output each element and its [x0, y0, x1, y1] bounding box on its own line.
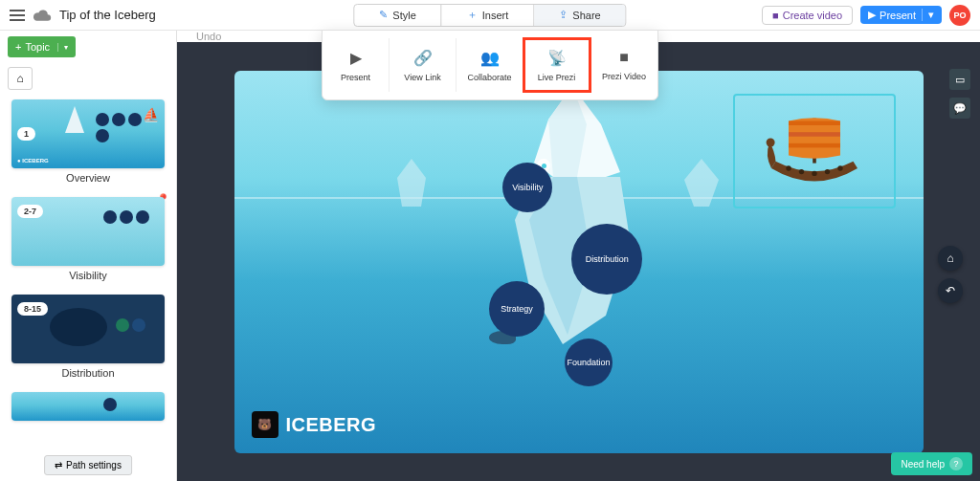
chevron-down-icon[interactable]: ▾ — [57, 43, 68, 52]
video-camera-icon: ■ — [772, 10, 779, 21]
share-prezi-video[interactable]: ■Prezi Video — [590, 38, 657, 92]
menu-icon[interactable] — [10, 10, 25, 21]
canvas-logo: 🐻 ICEBERG — [252, 411, 377, 438]
editor-canvas[interactable]: Visibility Distribution Strategy Foundat… — [234, 71, 924, 453]
share-dropdown: ▶Present 🔗View Link 👥Collaborate 📡Live P… — [322, 30, 658, 100]
svg-point-10 — [837, 165, 842, 170]
svg-rect-13 — [789, 121, 840, 126]
background-iceberg — [682, 159, 721, 207]
create-video-button[interactable]: ■Create video — [762, 6, 853, 25]
svg-marker-1 — [684, 159, 719, 207]
play-icon: ▶ — [350, 49, 362, 67]
tab-insert[interactable]: ＋Insert — [442, 5, 535, 26]
thumb-overview[interactable]: ⛵ 1 ● ICEBERG Overview — [10, 99, 167, 184]
ship-selection-frame[interactable] — [733, 94, 896, 208]
topic-visibility[interactable]: Visibility — [502, 163, 552, 212]
path-settings-button[interactable]: ⇄Path settings — [44, 455, 132, 475]
plus-icon: + — [15, 41, 21, 53]
broadcast-icon: 📡 — [547, 49, 567, 67]
svg-point-7 — [799, 169, 804, 174]
topic-strategy[interactable]: Strategy — [489, 281, 545, 337]
svg-point-8 — [812, 171, 816, 176]
svg-point-11 — [766, 139, 774, 147]
home-button[interactable]: ⌂ — [8, 67, 33, 90]
main-tabs: ✎Style ＋Insert ⇪Share — [353, 4, 626, 27]
svg-point-6 — [786, 165, 791, 170]
share-live-prezi[interactable]: 📡Live Prezi — [523, 38, 590, 92]
home-icon: ⌂ — [947, 251, 953, 265]
cloud-sync-icon[interactable] — [33, 9, 52, 22]
thumb-next[interactable] — [10, 392, 167, 421]
sidebar: +Topic▾ ⌂ ⛵ 1 ● ICEBERG Overview 📍 2-7 — [0, 31, 177, 481]
svg-marker-0 — [397, 159, 426, 207]
link-icon: 🔗 — [413, 49, 433, 67]
viking-ship-icon — [762, 108, 867, 194]
floating-nav-buttons: ⌂ ↶ — [938, 246, 963, 303]
need-help-button[interactable]: Need help ? — [891, 452, 972, 475]
nav-back-button[interactable]: ↶ — [938, 278, 963, 303]
thumb-distribution[interactable]: 8-15 Distribution — [10, 295, 167, 379]
slide-thumbnails: ⛵ 1 ● ICEBERG Overview 📍 2-7 Visibility — [0, 94, 176, 481]
svg-point-9 — [825, 169, 830, 174]
ship-icon: ⛵ — [143, 107, 159, 122]
present-button[interactable]: ▶Present▾ — [860, 6, 942, 24]
chevron-down-icon[interactable]: ▾ — [922, 9, 934, 21]
logo-badge-icon: 🐻 — [252, 411, 278, 438]
presentation-title[interactable]: Tip of the Iceberg — [59, 8, 156, 22]
background-iceberg — [392, 159, 431, 207]
home-icon: ⌂ — [16, 72, 23, 85]
svg-rect-15 — [789, 143, 840, 148]
user-avatar[interactable]: PO — [949, 5, 970, 26]
topic-distribution[interactable]: Distribution — [571, 224, 642, 295]
top-right-actions: ■Create video ▶Present▾ PO — [762, 5, 970, 26]
add-topic-button[interactable]: +Topic▾ — [8, 36, 76, 57]
share-present[interactable]: ▶Present — [323, 38, 390, 92]
tab-style[interactable]: ✎Style — [354, 5, 441, 26]
video-icon: ■ — [619, 49, 629, 66]
top-bar: Tip of the Iceberg ✎Style ＋Insert ⇪Share… — [0, 0, 980, 31]
people-icon: 👥 — [480, 49, 500, 67]
play-icon: ▶ — [868, 9, 876, 21]
question-icon: ? — [949, 457, 963, 470]
tab-share[interactable]: ⇪Share — [534, 5, 625, 26]
back-arrow-icon: ↶ — [946, 284, 955, 297]
topic-foundation[interactable]: Foundation — [565, 339, 612, 386]
path-icon: ⇄ — [55, 460, 62, 470]
share-view-link[interactable]: 🔗View Link — [390, 38, 457, 92]
nav-home-button[interactable]: ⌂ — [938, 246, 963, 271]
svg-rect-14 — [789, 132, 840, 137]
undo-button[interactable]: Undo — [196, 31, 221, 42]
thumb-visibility[interactable]: 📍 2-7 Visibility — [10, 197, 167, 281]
share-collaborate[interactable]: 👥Collaborate — [457, 38, 523, 92]
